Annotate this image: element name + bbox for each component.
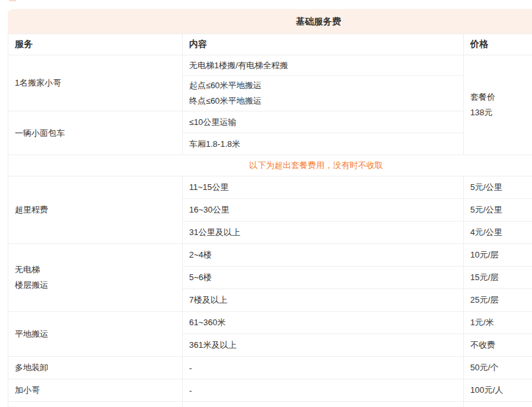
price-cell: 1元/米 [464, 312, 532, 334]
col-header-content: 内容 [183, 34, 464, 55]
table-row: 超里程费 11~15公里 5元/公里 [8, 176, 532, 199]
table-header-row: 服务 内容 价格 [8, 34, 532, 55]
content-cell: 16~30公里 [183, 199, 464, 222]
price-cell: 5元/公里 [464, 176, 532, 199]
price-cell [464, 402, 532, 407]
package-price-cell: 套餐价 138元 [464, 55, 532, 155]
content-cell: 起点≤60米平地搬运 终点≤60米平地搬运 [183, 76, 464, 111]
table-title: 基础服务费 [8, 9, 532, 33]
content-cell: 61~360米 [183, 312, 464, 334]
content-cell: 11~15公里 [183, 176, 464, 199]
service-cell [8, 402, 183, 407]
service-cell: 无电梯 楼层搬运 [8, 244, 183, 312]
service-cell: 加小哥 [8, 379, 183, 402]
col-header-price: 价格 [464, 34, 532, 55]
table-row: 1名搬家小哥 无电梯1楼搬/有电梯全程搬 套餐价 138元 [8, 55, 532, 76]
content-cell: ≤10公里运输 [183, 111, 464, 133]
content-cell: 2~4楼 [183, 244, 464, 267]
price-cell: 5元/公里 [464, 199, 532, 222]
table-row: 加小哥 - 100元/人 [8, 379, 532, 402]
service-cell: 多地装卸 [8, 357, 183, 379]
col-header-service: 服务 [8, 34, 183, 55]
price-cell: 4元/公里 [464, 222, 532, 244]
table-row: 平地搬运 61~360米 1元/米 [8, 312, 532, 334]
notice-row: 以下为超出套餐费用，没有时不收取 [8, 155, 532, 176]
service-cell: 平地搬运 [8, 312, 183, 357]
table-row: 一辆小面包车 ≤10公里运输 [8, 111, 532, 133]
table-row: 无电梯 楼层搬运 2~4楼 10元/层 [8, 244, 532, 267]
price-cell: 25元/层 [464, 289, 532, 312]
pricing-table: 服务 内容 价格 1名搬家小哥 无电梯1楼搬/有电梯全程搬 套餐价 138元 起… [8, 33, 532, 407]
top-edge-artifact [9, 0, 16, 1]
service-cell: 1名搬家小哥 [8, 55, 183, 111]
content-cell: 361米及以上 [183, 334, 464, 357]
content-cell: - [183, 357, 464, 379]
price-cell: 不收费 [464, 334, 532, 357]
basic-service-fee-panel: 基础服务费 服务 内容 价格 1名搬家小哥 无电梯1楼搬/有电梯全程搬 套餐价 … [8, 9, 532, 407]
content-cell: 车厢1.8-1.8米 [183, 133, 464, 155]
price-cell: 50元/个 [464, 357, 532, 379]
content-cell: 5~6楼 [183, 267, 464, 289]
service-cell: 超里程费 [8, 176, 183, 244]
content-cell: 7楼及以上 [183, 289, 464, 312]
service-cell: 一辆小面包车 [8, 111, 183, 155]
content-cell: 无电梯1楼搬/有电梯全程搬 [183, 55, 464, 76]
table-row-clipped [8, 402, 532, 407]
content-cell: 31公里及以上 [183, 222, 464, 244]
content-cell [183, 402, 464, 407]
price-cell: 15元/层 [464, 267, 532, 289]
price-cell: 10元/层 [464, 244, 532, 267]
price-cell: 100元/人 [464, 379, 532, 402]
notice-text: 以下为超出套餐费用，没有时不收取 [8, 155, 532, 176]
content-cell: - [183, 379, 464, 402]
table-row: 多地装卸 - 50元/个 [8, 357, 532, 379]
